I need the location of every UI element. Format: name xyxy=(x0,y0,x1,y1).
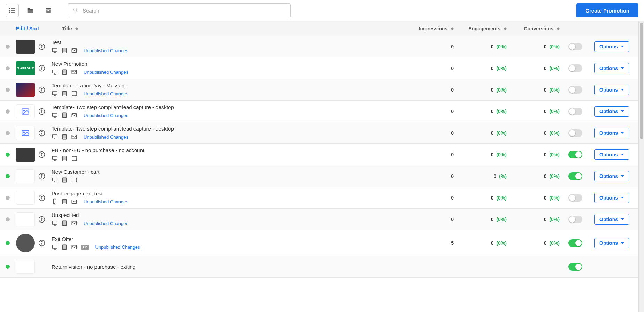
options-button[interactable]: Options xyxy=(594,63,629,73)
svg-rect-43 xyxy=(52,113,57,116)
active-toggle[interactable] xyxy=(568,64,582,72)
info-button[interactable] xyxy=(37,238,47,248)
active-toggle[interactable] xyxy=(568,263,582,271)
options-button[interactable]: Options xyxy=(594,238,629,248)
options-button[interactable]: Options xyxy=(594,171,629,181)
edit-sort-header[interactable]: Edit / Sort xyxy=(16,26,62,31)
table-row: Exit OfferA/BUnpublished Changes50 (0%)0… xyxy=(0,230,638,256)
device-badges: Unpublished Changes xyxy=(52,47,401,54)
options-button[interactable]: Options xyxy=(594,85,629,95)
unpublished-changes-link[interactable]: Unpublished Changes xyxy=(84,221,128,226)
unpublished-changes-link[interactable]: Unpublished Changes xyxy=(84,91,128,96)
status-dot xyxy=(6,174,10,178)
table-row: FLASH SALENew PromotionUnpublished Chang… xyxy=(0,57,638,79)
unpublished-changes-link[interactable]: Unpublished Changes xyxy=(84,113,128,118)
expand-icon xyxy=(71,155,77,162)
title-header[interactable]: Title xyxy=(62,26,401,31)
options-label: Options xyxy=(599,195,618,201)
unpublished-changes-link[interactable]: Unpublished Changes xyxy=(84,48,128,53)
promotion-title[interactable]: Return visitor - no purchase - exiting xyxy=(52,264,401,270)
active-toggle[interactable] xyxy=(568,108,582,115)
active-toggle[interactable] xyxy=(568,151,582,158)
promotion-title[interactable]: Template- Two step compliant lead captur… xyxy=(52,126,401,132)
impressions-header[interactable]: Impressions xyxy=(401,26,454,31)
tablet-icon xyxy=(61,91,68,97)
active-toggle[interactable] xyxy=(568,86,582,94)
promotion-title[interactable]: Template - Labor Day - Message xyxy=(52,83,401,88)
promotion-thumbnail[interactable]: FLASH SALE xyxy=(16,61,35,75)
unpublished-changes-link[interactable]: Unpublished Changes xyxy=(84,70,128,75)
expand-icon xyxy=(71,177,77,183)
info-button[interactable] xyxy=(37,107,47,116)
svg-rect-93 xyxy=(63,221,66,225)
info-button[interactable] xyxy=(37,171,47,181)
promotion-thumbnail[interactable] xyxy=(16,212,35,226)
options-label: Options xyxy=(599,65,618,71)
create-promotion-button[interactable]: Create Promotion xyxy=(576,3,638,17)
svg-rect-8 xyxy=(48,10,49,11)
options-button[interactable]: Options xyxy=(594,41,629,52)
unpublished-changes-link[interactable]: Unpublished Changes xyxy=(84,134,128,140)
promotion-thumbnail[interactable] xyxy=(16,191,35,205)
engagements-header[interactable]: Engagements xyxy=(454,26,507,31)
conversions-cell: 0 (0%) xyxy=(507,130,560,136)
promotion-thumbnail[interactable] xyxy=(16,148,35,162)
tablet-icon xyxy=(61,134,68,140)
svg-rect-58 xyxy=(63,135,66,138)
promotion-title[interactable]: New Promotion xyxy=(52,61,401,67)
promotion-thumbnail[interactable] xyxy=(16,234,35,252)
promotion-title[interactable]: Unspecified xyxy=(52,212,401,218)
unpublished-changes-link[interactable]: Unpublished Changes xyxy=(84,199,128,204)
info-button[interactable] xyxy=(37,63,47,73)
options-button[interactable]: Options xyxy=(594,128,629,138)
search-input[interactable] xyxy=(68,3,291,17)
options-label: Options xyxy=(599,130,618,136)
conversions-header[interactable]: Conversions xyxy=(507,26,560,31)
options-button[interactable]: Options xyxy=(594,106,629,117)
promotion-thumbnail[interactable] xyxy=(16,169,35,183)
active-toggle[interactable] xyxy=(568,194,582,202)
active-toggle[interactable] xyxy=(568,239,582,247)
info-button[interactable] xyxy=(37,42,47,52)
info-button[interactable] xyxy=(37,150,47,159)
svg-point-3 xyxy=(10,8,10,9)
archive-view-button[interactable] xyxy=(42,4,55,17)
scrollbar[interactable] xyxy=(638,21,644,312)
engagements-cell: 0 (%) xyxy=(454,173,507,179)
promotion-title[interactable]: Exit Offer xyxy=(52,236,401,242)
list-view-button[interactable] xyxy=(6,4,19,17)
info-button[interactable] xyxy=(37,214,47,224)
promotion-title[interactable]: FB - non-EU - no purchase - no account xyxy=(52,147,401,153)
caret-down-icon xyxy=(621,197,624,198)
svg-rect-32 xyxy=(52,92,57,95)
conversions-cell: 0 (0%) xyxy=(507,44,560,49)
svg-rect-47 xyxy=(63,114,66,117)
active-toggle[interactable] xyxy=(568,172,582,180)
promotion-title[interactable]: Test xyxy=(52,39,401,45)
active-toggle[interactable] xyxy=(568,43,582,50)
list-icon xyxy=(9,7,16,14)
promotion-thumbnail[interactable] xyxy=(16,83,35,97)
promotion-thumbnail[interactable] xyxy=(16,40,35,54)
promotion-thumbnail[interactable] xyxy=(16,126,35,140)
impressions-cell: 5 xyxy=(401,240,454,246)
promotion-title[interactable]: Post-engagement test xyxy=(52,190,401,196)
promotion-title[interactable]: New Customer - cart xyxy=(52,169,401,175)
info-button[interactable] xyxy=(37,193,47,203)
view-buttons xyxy=(6,4,55,17)
info-button[interactable] xyxy=(37,85,47,95)
device-badges: Unpublished Changes xyxy=(52,69,401,75)
promotion-thumbnail[interactable] xyxy=(16,104,35,118)
promotion-title[interactable]: Template- Two step compliant lead captur… xyxy=(52,104,401,110)
active-toggle[interactable] xyxy=(568,129,582,137)
folder-view-button[interactable] xyxy=(24,4,37,17)
options-button[interactable]: Options xyxy=(594,149,629,160)
options-button[interactable]: Options xyxy=(594,193,629,203)
promotion-thumbnail[interactable] xyxy=(16,260,35,274)
options-button[interactable]: Options xyxy=(594,214,629,225)
info-button[interactable] xyxy=(37,128,47,138)
unpublished-changes-link[interactable]: Unpublished Changes xyxy=(95,244,140,250)
options-label: Options xyxy=(599,173,618,179)
active-toggle[interactable] xyxy=(568,216,582,223)
mail-icon xyxy=(71,112,77,118)
